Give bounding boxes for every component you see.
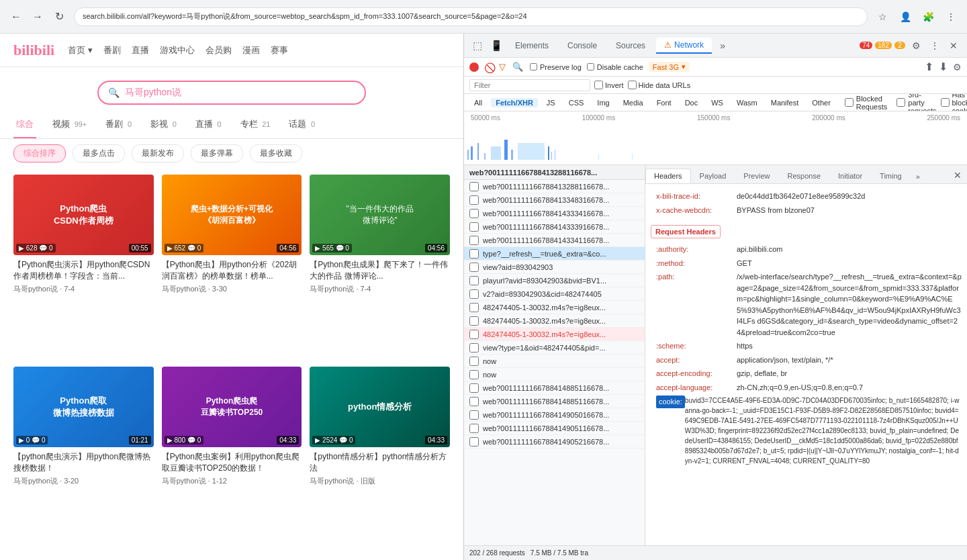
request-item[interactable]: web?0011111166788414333416678... <box>464 207 645 220</box>
request-item[interactable]: v2?aid=893042903&cid=482474405 <box>464 287 645 301</box>
request-item[interactable]: web?0011111166788414885116678... <box>464 381 645 395</box>
detail-tab-preview[interactable]: Preview <box>735 169 778 183</box>
request-item[interactable]: web?0011111166788413348316678... <box>464 193 645 207</box>
clear-button[interactable]: 🚫 <box>484 62 494 72</box>
request-headers-title[interactable]: Request Headers <box>651 225 721 238</box>
type-img[interactable]: Img <box>592 98 614 107</box>
type-fetch-xhr[interactable]: Fetch/XHR <box>491 98 538 107</box>
req-checkbox[interactable] <box>469 357 479 366</box>
forward-button[interactable]: → <box>28 7 47 26</box>
req-checkbox[interactable] <box>469 182 479 191</box>
tab-comprehensive[interactable]: 综合 <box>13 111 36 138</box>
req-checkbox[interactable] <box>469 370 479 379</box>
req-checkbox[interactable] <box>469 276 479 285</box>
sort-most-danmaku[interactable]: 最多弹幕 <box>191 144 243 162</box>
req-checkbox[interactable] <box>469 195 479 205</box>
nav-drama[interactable]: 番剧 <box>103 44 121 56</box>
request-item-error[interactable]: 482474405-1-30032.m4s?e=ig8eux... <box>464 328 645 341</box>
request-item[interactable]: web?0011111166788413288116678... <box>464 180 645 193</box>
tab-column[interactable]: 专栏 21 <box>238 111 273 138</box>
tab-topic[interactable]: 话题 0 <box>286 111 318 138</box>
req-checkbox[interactable] <box>469 249 479 259</box>
third-party-requests-checkbox[interactable]: 3rd-party requests <box>896 94 936 111</box>
req-checkbox[interactable] <box>469 209 479 218</box>
settings-gear-icon[interactable]: ⚙ <box>908 38 924 54</box>
bookmark-button[interactable]: ☆ <box>873 7 892 26</box>
video-card-3[interactable]: "当一件伟大的作品微博评论" ▶ 565 💬 0 04:56 【Python爬虫… <box>310 175 450 359</box>
nav-live[interactable]: 直播 <box>132 44 149 56</box>
record-button[interactable] <box>469 62 479 72</box>
extension-button[interactable]: 🧩 <box>919 7 937 26</box>
invert-checkbox[interactable]: Invert <box>594 81 624 89</box>
search-box[interactable]: 🔍 马哥python说 <box>97 81 366 105</box>
req-checkbox[interactable] <box>469 343 479 353</box>
nav-manga[interactable]: 漫画 <box>242 44 260 56</box>
request-item[interactable]: web?0011111166788414333916678... <box>464 220 645 234</box>
request-item[interactable]: web?0011111166788414334116678... <box>464 234 645 247</box>
tab-sources[interactable]: Sources <box>608 38 653 53</box>
video-card-2[interactable]: 爬虫+数据分析+可视化《胡润百富榜》 ▶ 652 💬 0 04:56 【Pyth… <box>162 175 302 359</box>
device-button[interactable]: 📱 <box>488 38 504 54</box>
disable-cache-checkbox[interactable]: Disable cache <box>587 63 643 71</box>
type-other[interactable]: Other <box>807 98 835 107</box>
type-media[interactable]: Media <box>618 98 648 107</box>
video-card-5[interactable]: Python爬虫爬豆瓣读书TOP250 ▶ 800 💬 0 04:33 【Pyt… <box>162 367 302 551</box>
more-options-icon[interactable]: ⋮ <box>927 38 943 54</box>
detail-tab-headers[interactable]: Headers <box>645 169 691 183</box>
req-checkbox[interactable] <box>469 222 479 232</box>
tab-console[interactable]: Console <box>559 38 605 53</box>
request-item[interactable]: web?0011111166788414885116678... <box>464 395 645 408</box>
request-item[interactable]: now <box>464 368 645 381</box>
req-checkbox[interactable] <box>469 410 479 420</box>
tab-drama[interactable]: 番剧 0 <box>103 111 134 138</box>
detail-tab-initiator[interactable]: Initiator <box>829 169 871 183</box>
import-export-icon[interactable]: ⬆ <box>925 60 933 73</box>
video-card-6[interactable]: python情感分析 ▶ 2524 💬 0 04:33 【python情感分析】… <box>310 367 450 551</box>
has-blocked-cookies-checkbox[interactable]: Has blocked cookies <box>941 94 968 111</box>
type-font[interactable]: Font <box>652 98 676 107</box>
video-card-4[interactable]: Python爬取微博热搜榜数据 ▶ 0 💬 0 01:21 【python爬虫演… <box>13 367 154 551</box>
request-item[interactable]: 482474405-1-30032.m4s?e=ig8eux... <box>464 314 645 328</box>
blocked-requests-checkbox[interactable]: Blocked Requests <box>845 95 887 111</box>
close-devtools-button[interactable]: ✕ <box>946 38 962 54</box>
tab-network[interactable]: ⚠ Network <box>656 38 712 54</box>
sort-most-clicks[interactable]: 最多点击 <box>73 144 125 162</box>
tab-movie[interactable]: 影视 0 <box>148 111 179 138</box>
nav-home[interactable]: 首页 ▾ <box>68 44 93 56</box>
tab-elements[interactable]: Elements <box>507 38 557 53</box>
detail-tab-more[interactable]: » <box>911 170 925 183</box>
req-checkbox[interactable] <box>469 263 479 272</box>
detail-tab-timing[interactable]: Timing <box>871 169 911 183</box>
sort-most-favorite[interactable]: 最多收藏 <box>250 144 302 162</box>
menu-button[interactable]: ⋮ <box>941 7 960 26</box>
req-checkbox[interactable] <box>469 383 479 393</box>
nav-esports[interactable]: 赛事 <box>271 44 288 56</box>
close-details-button[interactable]: ✕ <box>948 167 967 183</box>
req-checkbox[interactable] <box>469 289 479 299</box>
address-bar[interactable]: search.bilibili.com/all?keyword=马哥python… <box>74 7 868 26</box>
sort-newest[interactable]: 最新发布 <box>132 144 184 162</box>
throttle-dropdown[interactable]: Fast 3G ▾ <box>649 62 690 72</box>
back-button[interactable]: ← <box>7 7 26 26</box>
account-button[interactable]: 👤 <box>896 7 915 26</box>
request-item[interactable]: web?0011111166788414905116678... <box>464 422 645 435</box>
type-ws[interactable]: WS <box>706 98 728 107</box>
request-item-selected[interactable]: type?__refresh__=true&_extra=&co... <box>464 247 645 261</box>
nav-vip[interactable]: 会员购 <box>205 44 232 56</box>
reload-button[interactable]: ↻ <box>50 7 68 26</box>
filter-icon[interactable]: ▽ <box>499 62 506 72</box>
preserve-log-checkbox[interactable]: Preserve log <box>530 63 582 71</box>
req-checkbox[interactable] <box>469 236 479 245</box>
more-tabs-button[interactable]: » <box>715 38 731 54</box>
request-item[interactable]: view?aid=893042903 <box>464 261 645 274</box>
request-item[interactable]: now <box>464 355 645 368</box>
req-checkbox[interactable] <box>469 397 479 406</box>
hide-data-urls-checkbox[interactable]: Hide data URLs <box>628 81 691 89</box>
network-settings-icon[interactable]: ⚙ <box>953 62 962 73</box>
type-manifest[interactable]: Manifest <box>766 98 804 107</box>
req-checkbox[interactable] <box>469 316 479 326</box>
req-checkbox[interactable] <box>469 303 479 312</box>
type-css[interactable]: CSS <box>564 98 589 107</box>
search-button[interactable]: 🔍 <box>511 60 524 74</box>
type-doc[interactable]: Doc <box>680 98 703 107</box>
